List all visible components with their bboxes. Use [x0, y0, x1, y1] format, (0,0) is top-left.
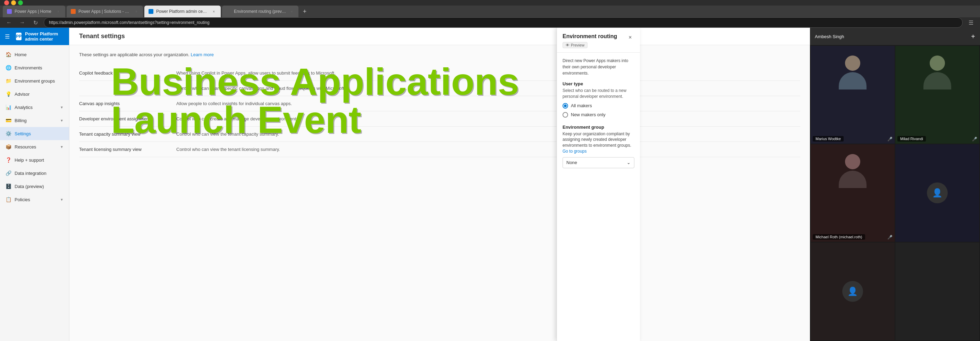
forward-button[interactable]: → [18, 18, 27, 27]
tab-label-2: Power Apps | Solutions - MIL... [78, 9, 131, 14]
sidebar-item-settings[interactable]: ⚙️ Settings [0, 127, 69, 140]
learn-more-link[interactable]: Learn more [191, 52, 214, 57]
extensions-button[interactable]: ☰ [966, 18, 976, 27]
home-icon: 🏠 [6, 52, 11, 57]
user-type-label: User type [563, 81, 634, 86]
sidebar-label-billing: Billing [14, 118, 27, 123]
mic-icon-3: 🎤 [887, 235, 892, 240]
tab-label-1: Power Apps | Home [14, 9, 51, 14]
sidebar-label-settings: Settings [14, 131, 31, 136]
close-window-button[interactable] [4, 0, 9, 5]
hamburger-menu-icon[interactable]: ☰ [5, 33, 10, 40]
radio-all-makers[interactable]: All makers [563, 103, 634, 109]
page-body: These settings are applicable across you… [69, 45, 810, 164]
browser-tab-4[interactable]: Environment routing (preview... × [222, 6, 298, 17]
traffic-lights [4, 0, 23, 5]
env-group-label: Environment group [563, 125, 634, 130]
help-icon: ❓ [6, 157, 11, 163]
setting-name-blank [79, 81, 176, 96]
add-participant-button[interactable]: + [971, 33, 975, 41]
panel-body: Direct new Power Apps makers into their … [557, 53, 640, 341]
sidebar-item-help[interactable]: ❓ Help + support [0, 153, 69, 167]
person-head-2 [930, 56, 945, 71]
panel-title: Environment routing [563, 33, 626, 40]
radio-new-makers[interactable]: New makers only [563, 112, 634, 117]
table-row: Canvas app insights Allow people to coll… [79, 96, 800, 111]
browser-tab-2[interactable]: Power Apps | Solutions - MIL... × [67, 6, 143, 17]
video-tile-1: Marius Wodtke 🎤 [811, 46, 895, 144]
person-silhouette-1 [839, 56, 867, 89]
page-title: Tenant settings [79, 33, 125, 40]
go-to-groups-link[interactable]: Go to groups [563, 149, 587, 154]
table-row: Tenant capacity summary view Control who… [79, 127, 800, 142]
setting-name-canvas: Canvas app insights [79, 96, 176, 111]
analytics-expand-icon: ▼ [60, 105, 64, 109]
settings-table: Copilot feedback When using Copilot in P… [79, 65, 800, 157]
sidebar-label-environments: Environments [14, 65, 42, 70]
settings-icon: ⚙️ [6, 131, 11, 136]
tab-close-2[interactable]: × [134, 9, 139, 14]
setting-desc-capacity: Control who can view the tenant capacity… [176, 127, 800, 142]
sidebar-item-policies[interactable]: 📋 Policies ▼ [0, 193, 69, 206]
sidebar-label-data-preview: Data (preview) [14, 184, 44, 189]
new-tab-button[interactable]: + [300, 6, 310, 16]
maximize-window-button[interactable] [18, 0, 23, 5]
data-integration-icon: 🔗 [6, 170, 11, 176]
title-bar [0, 0, 980, 6]
resources-expand-icon: ▼ [60, 145, 64, 149]
table-row: Copilot feedback When using Copilot in P… [79, 65, 800, 81]
sidebar-item-data-preview[interactable]: 🗄️ Data (preview) [0, 180, 69, 193]
video-tile-5: 👤 [811, 243, 895, 340]
panel-title-area: Environment routing 👁 Preview [563, 33, 626, 48]
page-content: Tenant settings These settings are appli… [69, 28, 810, 341]
sidebar-item-environment-groups[interactable]: 📁 Environment groups [0, 74, 69, 87]
preview-label: Preview [571, 43, 584, 47]
env-group-dropdown[interactable]: None ⌄ [563, 157, 634, 168]
sidebar-title: Power Platform admin center [25, 31, 64, 42]
address-input[interactable]: https://admin.powerplatform.microsoft.co… [44, 17, 963, 28]
tab-close-4[interactable]: × [289, 9, 294, 14]
mic-icon-1: 🎤 [887, 137, 892, 141]
panel-close-button[interactable]: × [626, 33, 634, 42]
sidebar-item-data-integration[interactable]: 🔗 Data integration [0, 167, 69, 180]
panel-description: Direct new Power Apps makers into their … [563, 57, 634, 76]
radio-new-makers-label: New makers only [571, 112, 606, 117]
sidebar-item-resources[interactable]: 📦 Resources ▼ [0, 140, 69, 153]
video-name-1: Marius Wodtke [813, 136, 844, 141]
browser-tab-1[interactable]: Power Apps | Home × [3, 6, 65, 17]
refresh-button[interactable]: ↻ [30, 18, 40, 27]
sidebar-item-advisor[interactable]: 💡 Advisor [0, 87, 69, 101]
sidebar-item-environments[interactable]: 🌐 Environments [0, 61, 69, 74]
sidebar-label-environment-groups: Environment groups [14, 78, 55, 84]
setting-desc-copilot: When using Copilot in Power Apps, allow … [176, 65, 800, 81]
sidebar-label-data-integration: Data integration [14, 171, 46, 176]
app-logo: PP [16, 33, 22, 40]
radio-all-makers-label: All makers [571, 103, 592, 108]
sidebar-item-home[interactable]: 🏠 Home [0, 48, 69, 61]
sidebar-label-advisor: Advisor [14, 92, 30, 97]
env-group-section: Environment group Keep your organization… [563, 125, 634, 168]
video-tile-2: Milad Rivandi 🎤 [895, 46, 979, 144]
sidebar-label-analytics: Analytics [14, 105, 33, 110]
address-text: https://admin.powerplatform.microsoft.co… [49, 20, 210, 25]
sidebar-item-analytics[interactable]: 📊 Analytics ▼ [0, 101, 69, 114]
browser-chrome: Power Apps | Home × Power Apps | Solutio… [0, 0, 980, 28]
tab-favicon-1 [7, 9, 12, 14]
tab-close-3[interactable]: × [211, 9, 216, 14]
person-body-3 [839, 171, 867, 188]
data-preview-icon: 🗄️ [6, 184, 11, 189]
minimize-window-button[interactable] [11, 0, 16, 5]
mic-icon-2: 🎤 [972, 137, 977, 141]
back-button[interactable]: ← [4, 18, 14, 27]
person-silhouette-3 [839, 154, 867, 188]
right-video-panel: Ambesh Singh + Marius Wodtke 🎤 Milad Riv… [810, 28, 980, 341]
browser-tab-3[interactable]: Power Platform admin center × [144, 6, 221, 17]
sidebar-item-billing[interactable]: 💳 Billing ▼ [0, 114, 69, 127]
setting-desc-canvas: Allow people to collect insights for ind… [176, 96, 800, 111]
tab-label-4: Environment routing (preview... [234, 9, 286, 14]
video-tile-6 [895, 243, 979, 340]
tab-close-1[interactable]: × [56, 9, 61, 14]
main-area: ☰ PP Power Platform admin center 🏠 Home … [0, 28, 980, 341]
setting-desc-share: Control who can share specific canvas ap… [176, 81, 800, 96]
policies-icon: 📋 [6, 197, 11, 202]
